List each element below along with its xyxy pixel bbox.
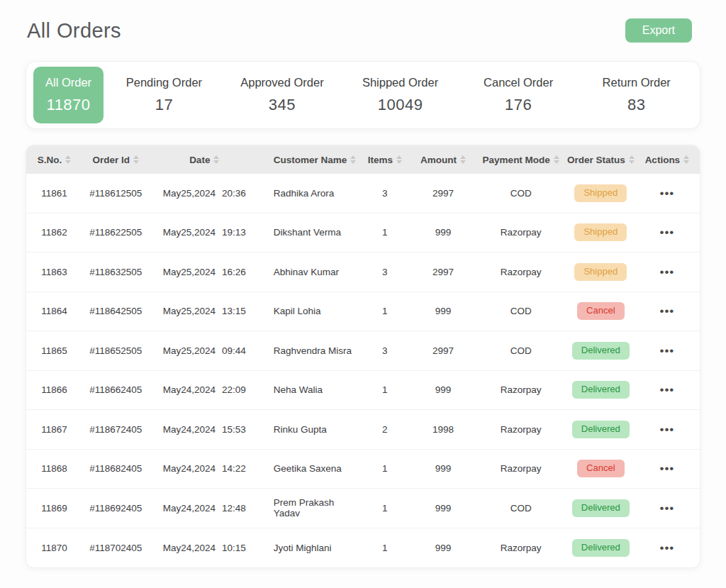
cell-order-id: #118612505 [82,188,150,199]
cell-sno: 11867 [26,424,82,435]
column-header-date[interactable]: Date [150,155,259,165]
row-actions-button[interactable]: ••• [659,305,674,317]
row-actions-button[interactable]: ••• [659,423,674,436]
cell-items: 1 [358,306,411,316]
table-row: 11866 #118662405 May24,202422:09 Neha Wa… [26,371,700,411]
export-button[interactable]: Export [625,18,692,43]
order-time: 12:48 [222,503,246,514]
cell-sno: 11861 [26,188,82,199]
column-header-label: Amount [420,155,457,165]
stats-tab-all-order[interactable]: All Order 11870 [33,67,104,123]
cell-amount: 999 [411,306,474,316]
cell-payment-mode: Razorpay [475,384,567,395]
column-header-label: S.No. [38,155,62,165]
sort-icon[interactable] [396,155,402,164]
cell-payment-mode: Razorpay [475,267,567,277]
row-actions-button[interactable]: ••• [659,542,674,554]
stats-tab-cancel-order[interactable]: Cancel Order 176 [459,62,578,128]
row-actions-button[interactable]: ••• [659,226,674,238]
stats-tab-return-order[interactable]: Return Order 83 [577,62,696,128]
column-header-s-no-[interactable]: S.No. [26,155,82,165]
stats-tab-label: All Order [45,76,91,89]
sort-icon[interactable] [65,155,71,164]
sort-icon[interactable] [554,155,559,164]
table-row: 11870 #118702405 May24,202410:15 Jyoti M… [26,528,700,568]
status-badge: Delivered [572,381,630,399]
order-date: May25,2024 [163,306,216,316]
row-actions-button[interactable]: ••• [659,345,674,357]
status-badge: Delivered [572,421,630,438]
table-row: 11862 #118622505 May25,202419:13 Dikshan… [26,213,700,253]
column-header-order-id[interactable]: Order Id [82,155,150,165]
cell-payment-mode: COD [475,503,567,514]
cell-amount: 999 [411,543,474,553]
status-badge: Delivered [572,499,630,517]
stats-tab-count: 10049 [378,96,423,114]
cell-order-id: #118692405 [82,503,150,514]
cell-order-status: Delivered [567,342,635,360]
cell-order-id: #118642505 [82,306,150,316]
cell-order-status: Shipped [567,184,635,202]
stats-tab-count: 17 [155,96,173,114]
cell-order-id: #118682405 [82,463,150,474]
order-date: May24,2024 [163,463,216,474]
cell-items: 1 [358,543,411,553]
column-header-items[interactable]: Items [358,155,411,165]
order-time: 09:44 [222,345,246,356]
column-header-order-status[interactable]: Order Status [567,155,635,165]
order-date: May25,2024 [163,227,216,238]
stats-tab-label: Pending Order [126,76,202,89]
order-date: May24,2024 [163,543,216,553]
order-time: 13:15 [222,306,246,316]
row-actions-button[interactable]: ••• [659,502,674,514]
row-actions-button[interactable]: ••• [659,266,674,278]
sort-icon[interactable] [460,155,466,164]
cell-date: May25,202416:26 [150,267,259,277]
stats-tab-count: 345 [269,96,296,114]
column-header-payment-mode[interactable]: Payment Mode [475,155,567,165]
sort-icon[interactable] [213,155,219,164]
sort-icon[interactable] [133,155,139,164]
cell-sno: 11865 [26,345,82,356]
column-header-actions[interactable]: Actions [635,155,700,165]
cell-customer-name: Raghvendra Misra [259,345,359,356]
cell-order-status: Delivered [567,539,635,557]
table-row: 11865 #118652505 May25,202409:44 Raghven… [26,331,700,371]
order-time: 14:22 [222,463,246,474]
top-bar: All Orders Export [26,16,700,43]
cell-actions: ••• [635,542,700,554]
column-header-label: Order Status [567,155,625,165]
row-actions-button[interactable]: ••• [659,187,674,199]
stats-tab-label: Cancel Order [484,76,553,89]
status-badge: Cancel [577,460,624,477]
column-header-customer-name[interactable]: Customer Name [259,155,359,165]
cell-actions: ••• [635,502,700,514]
status-badge: Shipped [574,184,627,202]
cell-customer-name: Rinku Gupta [259,424,359,435]
cell-sno: 11869 [26,503,82,514]
cell-actions: ••• [635,305,700,317]
stats-tab-count: 176 [505,96,532,114]
stats-tab-pending-order[interactable]: Pending Order 17 [105,62,223,128]
cell-order-status: Cancel [567,302,635,320]
table-row: 11861 #118612505 May25,202420:36 Radhika… [26,174,700,213]
sort-icon[interactable] [629,155,635,164]
column-header-label: Items [368,155,393,165]
column-header-amount[interactable]: Amount [411,155,474,165]
page-title: All Orders [27,19,121,43]
sort-icon[interactable] [350,155,356,164]
sort-icon[interactable] [683,155,689,164]
stats-tab-count: 11870 [47,96,91,114]
order-time: 10:15 [222,543,246,553]
order-time: 16:26 [222,267,246,277]
stats-tab-shipped-order[interactable]: Shipped Order 10049 [341,62,459,128]
cell-actions: ••• [635,187,700,199]
status-badge: Shipped [574,223,627,241]
row-actions-button[interactable]: ••• [659,462,674,475]
stats-tab-approved-order[interactable]: Approved Order 345 [223,62,342,128]
cell-payment-mode: Razorpay [475,543,567,553]
cell-items: 3 [358,267,411,277]
cell-items: 1 [358,227,411,238]
cell-order-status: Shipped [567,223,635,241]
row-actions-button[interactable]: ••• [659,384,674,396]
